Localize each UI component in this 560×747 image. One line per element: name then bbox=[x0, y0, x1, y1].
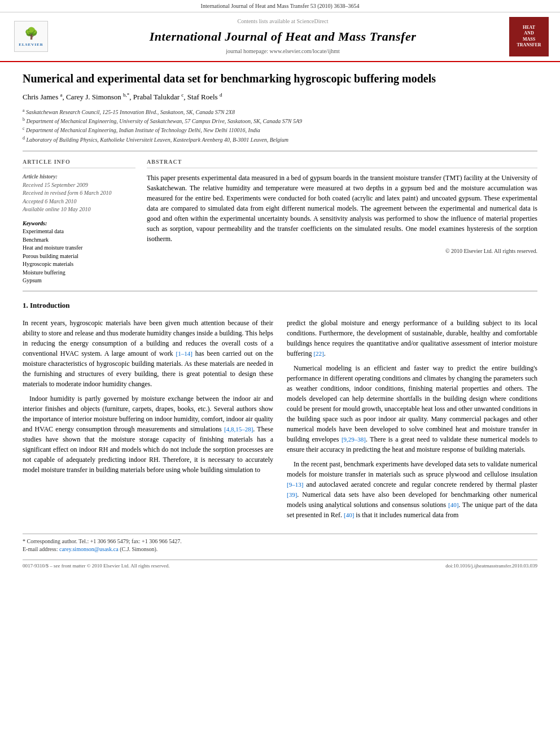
main-content: Numerical and experimental data set for … bbox=[0, 62, 560, 579]
abstract-text: This paper presents experimental data me… bbox=[147, 173, 537, 244]
email-link[interactable]: carey.simonson@usask.ca bbox=[59, 546, 119, 552]
header-divider bbox=[23, 151, 537, 151]
footnote-corresponding: * Corresponding author. Tel.: +1 306 966… bbox=[23, 538, 537, 546]
body-p2: Indoor humidity is partly governed by mo… bbox=[23, 394, 273, 475]
info-abstract-section: ARTICLE INFO Article history: Received 1… bbox=[23, 158, 537, 285]
introduction-title: 1. Introduction bbox=[23, 300, 537, 311]
journal-logo-box: HEAT AND MASS TRANSFER bbox=[509, 17, 549, 56]
authors-line: Chris James a, Carey J. Simonson b,*, Pr… bbox=[23, 91, 537, 103]
author-staf: Staf Roels d bbox=[187, 93, 222, 101]
top-bar: International Journal of Heat and Mass T… bbox=[0, 0, 560, 12]
journal-homepage: journal homepage: www.elsevier.com/locat… bbox=[56, 47, 509, 56]
copyright-line: © 2010 Elsevier Ltd. All rights reserved… bbox=[147, 247, 537, 256]
journal-title: International Journal of Heat and Mass T… bbox=[56, 28, 509, 46]
body-p4: Numerical modeling is an efficient and f… bbox=[287, 363, 537, 455]
aff-b: b Department of Mechanical Engineering, … bbox=[23, 116, 537, 125]
logo-line3: MASS bbox=[523, 37, 535, 42]
doi-line: doi:10.1016/j.ijheatmasstransfer.2010.03… bbox=[445, 562, 537, 570]
article-info-col: ARTICLE INFO Article history: Received 1… bbox=[23, 158, 135, 285]
body-divider bbox=[23, 291, 537, 291]
available-date: Available online 10 May 2010 bbox=[23, 206, 135, 214]
ref-9-13: [9–13] bbox=[287, 481, 303, 488]
ref-40: [40] bbox=[448, 501, 458, 508]
article-title: Numerical and experimental data set for … bbox=[23, 71, 537, 86]
aff-a: a Saskatchewan Research Council, 125-15 … bbox=[23, 107, 537, 116]
ref-1-14: [1–14] bbox=[176, 350, 193, 357]
journal-citation: International Journal of Heat and Mass T… bbox=[201, 3, 360, 9]
kw-5: Hygroscopic materials bbox=[23, 260, 135, 269]
contents-label: Contents lists available at ScienceDirec… bbox=[237, 18, 328, 24]
body-p3: predict the global moisture and energy p… bbox=[287, 318, 537, 359]
history-title: Article history: bbox=[23, 173, 58, 180]
author-prabal: Prabal Talukdar c, bbox=[133, 93, 187, 101]
affiliations: a Saskatchewan Research Council, 125-15 … bbox=[23, 107, 537, 144]
logo-line4: TRANSFER bbox=[517, 42, 541, 48]
received-date: Received 15 September 2009 bbox=[23, 181, 135, 190]
aff-c: c Department of Mechanical Engineering, … bbox=[23, 125, 537, 134]
journal-header: 🌳 ELSEVIER Contents lists available at S… bbox=[0, 12, 560, 62]
kw-2: Benchmark bbox=[23, 236, 135, 244]
kw-6: Moisture buffering bbox=[23, 269, 135, 277]
kw-7: Gypsum bbox=[23, 277, 135, 285]
revised-date: Received in revised form 6 March 2010 bbox=[23, 189, 135, 198]
article-info-header: ARTICLE INFO bbox=[23, 158, 135, 169]
body-two-col: In recent years, hygroscopic materials h… bbox=[23, 318, 537, 525]
ref-9-38: [9,29–38] bbox=[342, 436, 366, 443]
ref-40b: [40] bbox=[344, 512, 354, 518]
footnote-email: E-mail address: carey.simonson@usask.ca … bbox=[23, 545, 537, 554]
introduction-section: 1. Introduction In recent years, hygrosc… bbox=[23, 300, 537, 525]
accepted-date: Accepted 6 March 2010 bbox=[23, 198, 135, 206]
elsevier-logo: 🌳 ELSEVIER bbox=[11, 21, 51, 52]
ref-39: [39] bbox=[287, 491, 297, 498]
journal-header-center: Contents lists available at ScienceDirec… bbox=[56, 18, 509, 56]
aff-d: d Laboratory of Building Physics, Kathol… bbox=[23, 135, 537, 144]
elsevier-logo-box: 🌳 ELSEVIER bbox=[14, 21, 48, 52]
article-history-block: Article history: Received 15 September 2… bbox=[23, 173, 135, 214]
abstract-header: ABSTRACT bbox=[147, 158, 537, 169]
sciencedirect-link: Contents lists available at ScienceDirec… bbox=[56, 18, 509, 26]
keywords-block: Keywords: Experimental data Benchmark He… bbox=[23, 220, 135, 285]
issn-line: 0017-9310/$ – see front matter © 2010 El… bbox=[23, 562, 170, 570]
footnote-area: * Corresponding author. Tel.: +1 306 966… bbox=[23, 534, 537, 554]
keywords-title: Keywords: bbox=[23, 220, 47, 226]
author-chris: Chris James a, bbox=[23, 93, 66, 101]
body-col-right: predict the global moisture and energy p… bbox=[287, 318, 537, 525]
abstract-col: ABSTRACT This paper presents experimenta… bbox=[147, 158, 537, 285]
ref-4-28: [4,8,15–28] bbox=[224, 426, 253, 433]
elsevier-text: ELSEVIER bbox=[19, 42, 43, 47]
body-col-left: In recent years, hygroscopic materials h… bbox=[23, 318, 273, 525]
body-p1: In recent years, hygroscopic materials h… bbox=[23, 318, 273, 389]
ref-22: [22] bbox=[313, 350, 323, 357]
kw-1: Experimental data bbox=[23, 228, 135, 236]
author-carey: Carey J. Simonson b,*, bbox=[66, 93, 133, 101]
elsevier-tree-icon: 🌳 bbox=[24, 25, 38, 42]
logo-line2: AND bbox=[524, 30, 533, 36]
logo-line1: HEAT bbox=[523, 25, 535, 30]
kw-4: Porous building material bbox=[23, 252, 135, 261]
body-p5: In the recent past, benchmark experiment… bbox=[287, 459, 537, 520]
kw-3: Heat and moisture transfer bbox=[23, 244, 135, 252]
bottom-bar: 0017-9310/$ – see front matter © 2010 El… bbox=[23, 560, 537, 570]
